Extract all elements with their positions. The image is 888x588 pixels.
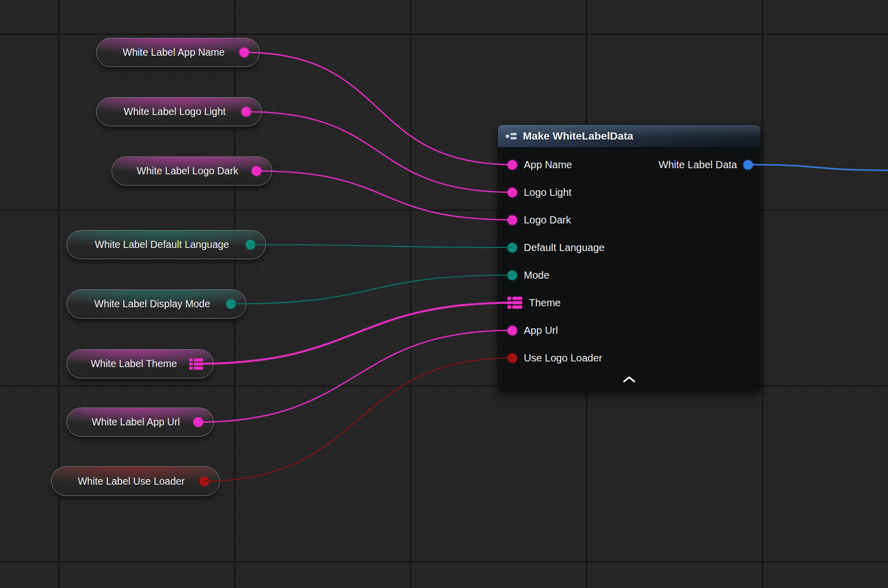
getter-label: White Label Default Language bbox=[78, 239, 246, 251]
output-pin-white-label-data[interactable] bbox=[743, 160, 753, 170]
blueprint-graph-canvas[interactable]: White Label App Name White Label Logo Li… bbox=[0, 0, 888, 588]
getter-label: White Label Logo Dark bbox=[123, 165, 252, 177]
input-row-app-url: App Url bbox=[498, 316, 761, 344]
pin-label: Mode bbox=[524, 269, 549, 281]
getter-label: White Label Logo Light bbox=[108, 106, 241, 118]
input-row-mode: Mode bbox=[498, 261, 761, 289]
variable-getter-white-label-default-language[interactable]: White Label Default Language bbox=[66, 230, 266, 259]
input-row-logo-light: Logo Light bbox=[498, 178, 761, 206]
input-pin-use-logo-loader[interactable] bbox=[507, 353, 517, 363]
struct-grid-icon bbox=[189, 358, 203, 370]
pin-label: Logo Dark bbox=[524, 214, 571, 226]
struct-output-pin[interactable] bbox=[189, 358, 203, 370]
wire-getter-display-mode[interactable] bbox=[231, 275, 513, 304]
variable-getter-white-label-use-loader[interactable]: White Label Use Loader bbox=[51, 466, 220, 496]
pin-label: White Label Data bbox=[659, 159, 737, 171]
input-pin-theme[interactable] bbox=[507, 297, 522, 309]
variable-getter-white-label-app-url[interactable]: White Label App Url bbox=[66, 408, 214, 437]
collapse-row bbox=[498, 372, 761, 387]
wire-getter-use-loader[interactable] bbox=[205, 358, 513, 481]
wire-getter-app-name[interactable] bbox=[245, 53, 513, 165]
input-row-use-logo-loader: Use Logo Loader bbox=[498, 344, 761, 372]
make-whitelabeldata-node[interactable]: Make WhiteLabelData App Name Logo Light … bbox=[497, 124, 761, 392]
bool-output-pin[interactable] bbox=[199, 477, 209, 486]
input-pin-logo-dark[interactable] bbox=[507, 215, 517, 225]
pin-label: Default Language bbox=[524, 242, 605, 254]
wire-out-white-label-data[interactable] bbox=[748, 165, 888, 170]
string-output-pin[interactable] bbox=[252, 166, 261, 176]
getter-label: White Label Theme bbox=[78, 358, 189, 370]
pin-label: App Name bbox=[524, 159, 572, 171]
string-output-pin[interactable] bbox=[239, 48, 249, 57]
variable-getter-white-label-logo-light[interactable]: White Label Logo Light bbox=[96, 97, 262, 126]
make-struct-icon bbox=[505, 132, 517, 141]
input-row-theme: Theme bbox=[498, 289, 761, 316]
enum-output-pin[interactable] bbox=[226, 299, 236, 309]
wire-getter-app-url[interactable] bbox=[198, 330, 513, 422]
make-node-header[interactable]: Make WhiteLabelData bbox=[498, 125, 761, 148]
getter-label: White Label App Url bbox=[78, 416, 193, 428]
pin-label: Theme bbox=[529, 297, 561, 309]
input-row-logo-dark: Logo Dark bbox=[498, 206, 761, 234]
string-output-pin[interactable] bbox=[193, 417, 203, 427]
input-row-default-language: Default Language bbox=[498, 234, 761, 261]
wire-getter-default-language[interactable] bbox=[251, 245, 513, 248]
input-pin-app-url[interactable] bbox=[507, 326, 517, 335]
pin-label: Use Logo Loader bbox=[524, 352, 602, 364]
variable-getter-white-label-theme[interactable]: White Label Theme bbox=[66, 349, 214, 378]
input-pin-logo-light[interactable] bbox=[507, 188, 517, 197]
wire-getter-logo-light[interactable] bbox=[247, 112, 513, 193]
variable-getter-white-label-logo-dark[interactable]: White Label Logo Dark bbox=[112, 156, 272, 186]
pin-label: App Url bbox=[524, 325, 558, 336]
variable-getter-white-label-display-mode[interactable]: White Label Display Mode bbox=[66, 289, 247, 319]
enum-output-pin[interactable] bbox=[246, 240, 255, 250]
output-row-white-label-data: White Label Data bbox=[659, 151, 753, 178]
collapse-chevron[interactable] bbox=[618, 374, 640, 385]
input-pin-default-language[interactable] bbox=[507, 243, 517, 253]
node-title: Make WhiteLabelData bbox=[523, 130, 633, 142]
pin-label: Logo Light bbox=[524, 187, 571, 198]
string-output-pin[interactable] bbox=[241, 107, 251, 117]
input-pin-app-name[interactable] bbox=[507, 160, 517, 170]
getter-label: White Label Display Mode bbox=[78, 298, 226, 310]
getter-label: White Label Use Loader bbox=[63, 476, 199, 487]
variable-getter-white-label-app-name[interactable]: White Label App Name bbox=[96, 38, 260, 67]
getter-label: White Label App Name bbox=[108, 47, 239, 58]
struct-grid-icon bbox=[507, 297, 522, 309]
wire-getter-logo-dark[interactable] bbox=[257, 171, 513, 220]
input-pin-mode[interactable] bbox=[507, 270, 517, 280]
